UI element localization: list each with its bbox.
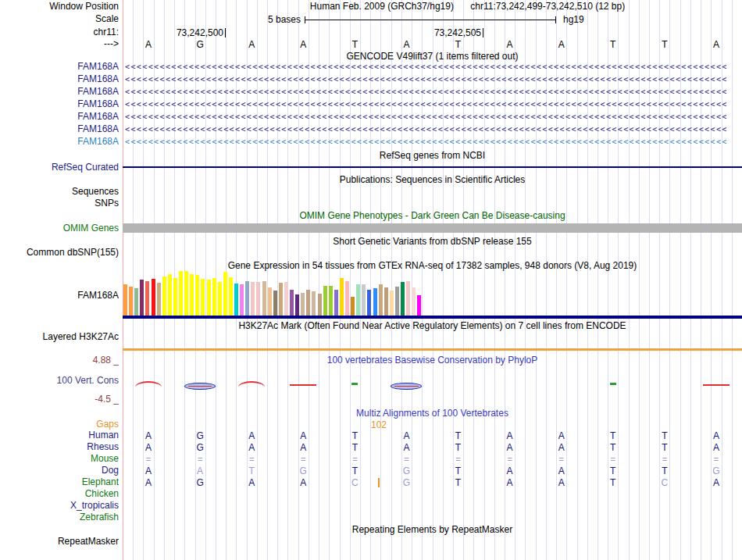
- gencode-transcript[interactable]: <<<<<<<<<<<<<<<<<<<<<<<<<<<<<<<<<<<<<<<<…: [125, 62, 739, 74]
- common-dbsnp-label: Common dbSNP(155): [0, 248, 119, 258]
- gtex-tissue-bar: [345, 281, 349, 316]
- sequences-label: Sequences: [0, 187, 119, 197]
- gencode-transcript[interactable]: <<<<<<<<<<<<<<<<<<<<<<<<<<<<<<<<<<<<<<<<…: [125, 124, 739, 137]
- gtex-tissue-bar: [168, 274, 172, 316]
- gtex-expression-bar-chart[interactable]: [123, 271, 742, 316]
- gtex-tissue-bar: [245, 281, 249, 316]
- alignment-row[interactable]: AGAACGTAATCA: [123, 477, 742, 488]
- aligned-base: T: [662, 442, 667, 453]
- gtex-tissue-bar: [334, 290, 338, 316]
- aligned-base: A: [558, 477, 565, 488]
- gtex-track-title: Gene Expression in 54 tissues from GTEx …: [123, 261, 742, 271]
- aligned-base: A: [248, 430, 255, 441]
- gtex-tissue-bar: [190, 274, 194, 316]
- alignment-row[interactable]: [123, 501, 742, 512]
- gtex-tissue-bar: [134, 288, 138, 316]
- aligned-base: =: [301, 454, 305, 465]
- species-label: Human: [0, 430, 119, 441]
- aligned-base: A: [300, 442, 306, 453]
- species-label: Zebrafish: [0, 512, 119, 523]
- aligned-base: =: [611, 454, 615, 465]
- gtex-tissue-bar: [140, 280, 144, 316]
- gencode-transcript[interactable]: <<<<<<<<<<<<<<<<<<<<<<<<<<<<<<<<<<<<<<<<…: [125, 74, 739, 87]
- gtex-tissue-bar: [129, 287, 133, 316]
- reference-base: A: [507, 39, 513, 50]
- gaps-row-label: Gaps: [0, 419, 119, 430]
- window-position-value: Human Feb. 2009 (GRCh37/hg19) chr11:73,2…: [123, 2, 742, 12]
- gencode-gene-label: FAM168A: [0, 62, 119, 72]
- aligned-base: C: [351, 477, 359, 488]
- conservation-red-line: [290, 384, 316, 386]
- species-label: Mouse: [0, 454, 119, 464]
- reference-base: A: [145, 39, 152, 50]
- snps-label: SNPs: [0, 198, 119, 209]
- chromosome-label: chr11:: [0, 27, 119, 37]
- aligned-base: A: [145, 430, 152, 441]
- gtex-tissue-bar: [301, 293, 305, 316]
- publications-track-title: Publications: Sequences in Scientific Ar…: [123, 175, 742, 185]
- gtex-tissue-bar: [123, 284, 127, 316]
- aligned-base: =: [146, 454, 151, 465]
- h3k27ac-signal-line[interactable]: [123, 348, 742, 351]
- gtex-tissue-bar: [379, 284, 383, 316]
- assembly-name: Human Feb. 2009 (GRCh37/hg19): [310, 1, 454, 12]
- aligned-base: T: [610, 430, 615, 441]
- aligned-base: =: [455, 454, 460, 465]
- reference-base: T: [352, 39, 358, 50]
- conservation-red-line: [703, 384, 730, 386]
- conservation-track-title: 100 vertebrates Basewise Conservation by…: [123, 355, 742, 366]
- alignment-row[interactable]: AATGTGTAATTG: [123, 465, 742, 476]
- refseq-gene-line[interactable]: [123, 166, 742, 168]
- aligned-base: A: [197, 465, 203, 476]
- gtex-tissue-bar: [340, 278, 344, 316]
- aligned-base: T: [610, 442, 615, 453]
- omim-gene-bar[interactable]: [123, 223, 742, 233]
- gtex-tissue-bar: [318, 294, 322, 316]
- conservation-red-bump: [238, 381, 265, 387]
- conservation-max-tick: 4.88 _: [0, 355, 119, 366]
- reference-base: G: [196, 39, 203, 50]
- aligned-base: T: [662, 465, 667, 476]
- gtex-tissue-bar: [284, 282, 288, 316]
- aligned-base: A: [145, 477, 152, 488]
- gtex-tissue-bar: [162, 276, 166, 316]
- gtex-tissue-bar: [152, 279, 155, 316]
- reference-base: A: [300, 39, 306, 50]
- gencode-transcript[interactable]: <<<<<<<<<<<<<<<<<<<<<<<<<<<<<<<<<<<<<<<<…: [125, 87, 739, 99]
- gtex-tissue-bar: [412, 287, 416, 316]
- gencode-transcript[interactable]: <<<<<<<<<<<<<<<<<<<<<<<<<<<<<<<<<<<<<<<<…: [125, 99, 739, 112]
- conservation-label: 100 Vert. Cons: [0, 376, 119, 386]
- gtex-tissue-bar: [234, 284, 238, 316]
- multiz-track-title: Multiz Alignments of 100 Vertebrates: [123, 408, 742, 419]
- aligned-base: A: [713, 442, 719, 453]
- aligned-base: T: [610, 465, 615, 476]
- gtex-tissue-bar: [273, 291, 277, 316]
- gtex-tissue-bar: [367, 290, 371, 316]
- aligned-base: T: [249, 465, 255, 476]
- gtex-tissue-bar: [212, 278, 216, 316]
- gencode-transcript[interactable]: <<<<<<<<<<<<<<<<<<<<<<<<<<<<<<<<<<<<<<<<…: [125, 112, 739, 124]
- gtex-tissue-bar: [207, 280, 211, 316]
- aligned-base: =: [507, 454, 512, 465]
- alignment-row[interactable]: AGAATATAATTA: [123, 442, 742, 453]
- alignment-row[interactable]: [123, 512, 742, 523]
- species-label: Rhesus: [0, 442, 119, 452]
- aligned-base: A: [558, 465, 565, 476]
- gtex-tissue-bar: [390, 291, 394, 316]
- alignment-row[interactable]: ============: [123, 454, 742, 465]
- omim-genes-label: OMIM Genes: [0, 223, 119, 234]
- aligned-base: A: [403, 442, 409, 453]
- gtex-tissue-bar: [356, 284, 360, 316]
- conservation-green-tick: [351, 383, 358, 385]
- gtex-baseline[interactable]: [123, 316, 742, 319]
- aligned-base: T: [455, 477, 461, 488]
- gtex-tissue-bar: [223, 272, 227, 316]
- gencode-transcript[interactable]: <<<<<<<<<<<<<<<<<<<<<<<<<<<<<<<<<<<<<<<<…: [125, 137, 739, 149]
- genome-browser-image: Window Position Human Feb. 2009 (GRCh37/…: [0, 0, 742, 560]
- conservation-blue-oval: [391, 383, 422, 390]
- alignment-row[interactable]: AGAATATAATTA: [123, 430, 742, 441]
- h3k27ac-track-title: H3K27Ac Mark (Often Found Near Active Re…: [123, 321, 742, 331]
- reference-base: T: [455, 39, 461, 50]
- alignment-row[interactable]: [123, 489, 742, 500]
- coordinate-tick-label: 73,242,505: [362, 27, 481, 38]
